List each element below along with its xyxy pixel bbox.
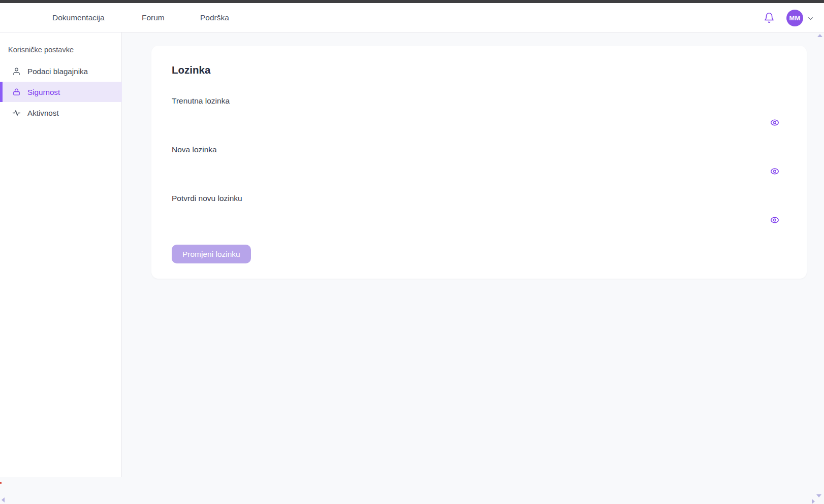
sidebar-item-label: Sigurnost <box>27 88 60 96</box>
notifications-button[interactable] <box>762 10 777 25</box>
scrollbar-left-arrow[interactable] <box>2 497 5 502</box>
chevron-down-icon <box>807 15 814 22</box>
eye-icon <box>770 216 779 224</box>
avatar[interactable]: MM <box>786 10 803 26</box>
eye-icon <box>770 167 779 175</box>
confirm-password-field: Potvrdi novu lozinku <box>172 194 786 230</box>
nav-link-forum[interactable]: Forum <box>142 3 165 32</box>
nav-link-dokumentacija[interactable]: Dokumentacija <box>52 3 105 32</box>
sidebar-item-sigurnost[interactable]: Sigurnost <box>0 82 122 102</box>
scrollbar-up-arrow[interactable] <box>817 34 822 37</box>
toggle-visibility-button[interactable] <box>770 166 780 176</box>
scrollbar-right-arrow[interactable] <box>812 499 815 504</box>
user-icon <box>12 67 21 76</box>
card-title: Lozinka <box>172 64 210 76</box>
sidebar-item-label: Podaci blagajnika <box>27 67 88 76</box>
sidebar: Korisničke postavke Podaci blagajnika Si… <box>0 32 122 477</box>
confirm-password-input[interactable] <box>172 209 786 230</box>
sidebar-heading: Korisničke postavke <box>8 46 74 54</box>
eye-icon <box>770 119 779 126</box>
current-password-input[interactable] <box>172 112 786 133</box>
sidebar-item-aktivnost[interactable]: Aktivnost <box>0 103 122 123</box>
activity-icon <box>12 109 21 117</box>
new-password-input[interactable] <box>172 160 786 182</box>
current-password-field: Trenutna lozinka <box>172 96 786 133</box>
change-password-button[interactable]: Promjeni lozinku <box>172 245 251 263</box>
user-menu-button[interactable] <box>806 14 815 22</box>
lock-icon <box>12 88 21 96</box>
nav-link-podrska[interactable]: Podrška <box>200 3 229 32</box>
field-label: Trenutna lozinka <box>172 96 786 106</box>
left-edge-marker <box>0 482 2 484</box>
password-card: Lozinka Trenutna lozinka Nova lozinka <box>151 46 807 279</box>
toggle-visibility-button[interactable] <box>770 215 780 225</box>
toggle-visibility-button[interactable] <box>770 117 780 127</box>
new-password-field: Nova lozinka <box>172 145 786 182</box>
sidebar-item-label: Aktivnost <box>27 109 59 117</box>
scrollbar-down-arrow[interactable] <box>816 494 821 497</box>
bell-icon <box>764 12 775 24</box>
sidebar-item-podaci-blagajnika[interactable]: Podaci blagajnika <box>0 61 122 81</box>
field-label: Nova lozinka <box>172 145 786 154</box>
top-navbar: Dokumentacija Forum Podrška MM <box>0 3 824 32</box>
field-label: Potvrdi novu lozinku <box>172 194 786 203</box>
